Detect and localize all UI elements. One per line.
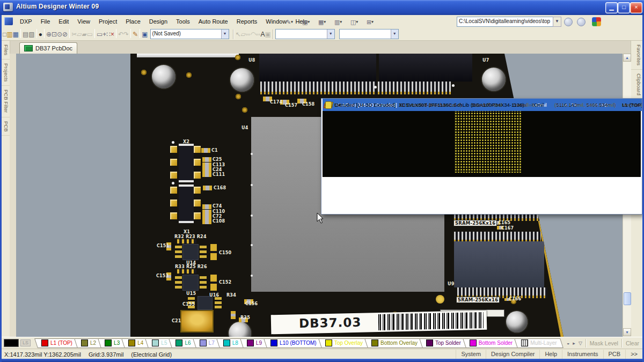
menu-item[interactable]: DXP: [16, 16, 36, 27]
layer-tab[interactable]: Bottom Overlay: [366, 338, 423, 348]
path-dropdown-icon[interactable]: ▼: [553, 17, 561, 27]
close-button[interactable]: ×: [630, 2, 642, 13]
layer-color-swatch: [128, 339, 135, 346]
panel-tab[interactable]: Files: [2, 41, 10, 60]
tool-dropdown-button[interactable]: ✎▾: [284, 16, 299, 27]
toolbar-button[interactable]: ▣: [265, 31, 270, 38]
layer-tab[interactable]: Top Solder: [421, 338, 466, 348]
toolbar-button[interactable]: ▧: [28, 31, 34, 38]
toolbar-button[interactable]: ●: [39, 31, 42, 38]
layer-color-swatch: [152, 339, 159, 346]
scroll-up-icon[interactable]: ▲: [623, 54, 631, 62]
menu-item[interactable]: File: [36, 16, 55, 27]
layer-set-control[interactable]: LS: [4, 339, 31, 347]
toolbar-button[interactable]: ×: [111, 31, 114, 38]
toolbar-button[interactable]: ◠: [250, 31, 255, 38]
toolbar-button[interactable]: ✂: [71, 31, 77, 38]
toolbar-button[interactable]: ▫: [258, 31, 260, 38]
maximize-button[interactable]: □: [618, 2, 630, 13]
menu-item[interactable]: Design: [145, 16, 172, 27]
panel-access-button[interactable]: System: [456, 350, 486, 359]
combo-arrow-icon[interactable]: ▼: [221, 29, 229, 39]
silkscreen-label: C111: [213, 172, 225, 177]
layer-tab[interactable]: Multi-Layer: [516, 338, 562, 348]
toolbar-button[interactable]: ↶: [118, 31, 123, 38]
toolbar-button[interactable]: ▣: [142, 31, 148, 38]
toolbar-button[interactable]: ✎: [133, 31, 138, 38]
panel-tab[interactable]: Projects: [2, 60, 10, 86]
tool-dropdown-button[interactable]: ◫▾: [349, 16, 364, 27]
more-panels-button[interactable]: >>: [625, 350, 642, 359]
tool-dropdown-button[interactable]: ▥▾: [333, 16, 348, 27]
menu-item[interactable]: Tools: [172, 16, 194, 27]
toolbar-button[interactable]: ▤: [23, 31, 28, 38]
popup-row[interactable]: U4 XC5VLX50T-1FF1136C.SchLib (BGA100P34X…: [323, 99, 642, 111]
toolbar-button[interactable]: ▦: [13, 31, 19, 38]
menu-item[interactable]: Edit: [54, 16, 73, 27]
toolbar-button[interactable]: ▰: [82, 31, 86, 38]
menu-item[interactable]: Auto Route: [194, 16, 232, 27]
mask-level-button[interactable]: Mask Level: [590, 340, 618, 346]
empty-combo-2[interactable]: ▼: [339, 29, 399, 39]
scrollbar-thumb[interactable]: [624, 292, 631, 305]
toolbar-button[interactable]: ⊡: [52, 31, 57, 38]
empty-combo-1[interactable]: ▼: [275, 29, 335, 39]
toolbar-button[interactable]: ⊙: [57, 31, 62, 38]
net-filter-combo[interactable]: (Not Saved)▼: [150, 29, 229, 39]
layer-tab[interactable]: Top Overlay: [320, 338, 368, 348]
silkscreen-label: C74: [213, 204, 222, 209]
panel-splitter[interactable]: [10, 54, 16, 337]
toolbar-button[interactable]: ↷: [123, 31, 129, 38]
layer-color-swatch: [325, 339, 332, 346]
layer-color-swatch: [247, 339, 254, 346]
menu-item[interactable]: Place: [121, 16, 145, 27]
toolbar-button[interactable]: ▥: [6, 31, 12, 38]
layer-tab[interactable]: L8: [218, 338, 244, 348]
layer-tab[interactable]: Bottom Solder: [464, 338, 518, 348]
tool-dropdown-button[interactable]: ▤▾: [301, 16, 316, 27]
menu-item[interactable]: Reports: [232, 16, 262, 27]
menu-item[interactable]: Project: [94, 16, 121, 27]
layer-tab[interactable]: L10 (BOTTOM): [265, 338, 322, 348]
panel-access-button[interactable]: PCB: [603, 350, 626, 359]
nav-forward-button[interactable]: [577, 18, 586, 26]
toolbar-button[interactable]: ▱: [241, 31, 246, 38]
toolbar-button[interactable]: ⊕: [46, 31, 52, 38]
cursor-position: X:1417.323mil Y:1362.205mil: [4, 351, 81, 358]
document-tab-label: DB37 PcbDoc: [35, 45, 72, 51]
panel-tab[interactable]: Favorites: [631, 41, 642, 70]
panel-tab[interactable]: PCB: [2, 117, 10, 136]
panel-tab[interactable]: Clipboard: [631, 70, 642, 100]
layer-tab[interactable]: L9: [241, 338, 267, 348]
minimize-button[interactable]: ▁: [605, 2, 618, 13]
layer-pairs-icon[interactable]: ◒: [567, 341, 569, 346]
toolbar-button[interactable]: ▭: [97, 31, 103, 38]
dxp-pinwheel-icon[interactable]: [592, 17, 601, 26]
toolbar-button[interactable]: ⊘: [62, 31, 68, 38]
tool-dropdown-button[interactable]: ⊞▾: [365, 16, 380, 27]
layer-next-icon[interactable]: ▸: [573, 341, 575, 346]
panel-access-button[interactable]: Help: [539, 350, 562, 359]
toolbar-button[interactable]: ▭: [87, 31, 93, 38]
dxp-logo-icon[interactable]: [4, 17, 13, 25]
panel-tab[interactable]: PCB Filter: [2, 86, 10, 117]
panel-access-button[interactable]: Instruments: [562, 350, 603, 359]
repository-path-combo[interactable]: C:\LocalSVN\digitallearning\videos\top: [457, 17, 557, 27]
menu-item[interactable]: View: [73, 16, 94, 27]
tool-dropdown-button[interactable]: ▦▾: [317, 16, 332, 27]
layer-tab[interactable]: L7: [194, 338, 220, 348]
toolbar-button[interactable]: ↖: [236, 31, 241, 38]
nav-back-button[interactable]: [564, 18, 573, 26]
layer-tab-label: L5: [161, 340, 167, 346]
layer-tab[interactable]: L6: [170, 338, 196, 348]
silkscreen-label: C166: [509, 297, 521, 301]
layer-tab[interactable]: L1 (TOP): [36, 338, 78, 348]
toolbar-button[interactable]: ∷: [106, 31, 111, 38]
panel-access-button[interactable]: Design Compiler: [486, 350, 539, 359]
clear-button[interactable]: Clear: [626, 340, 639, 346]
scroll-down-icon[interactable]: ▼: [623, 328, 631, 336]
silkscreen-label: U4: [241, 125, 248, 130]
status-bar: X:1417.323mil Y:1362.205mil Grid:3.937mi…: [2, 349, 642, 359]
layer-filter-icon[interactable]: ▽: [579, 341, 582, 346]
document-tab[interactable]: DB37 PcbDoc: [19, 42, 77, 54]
